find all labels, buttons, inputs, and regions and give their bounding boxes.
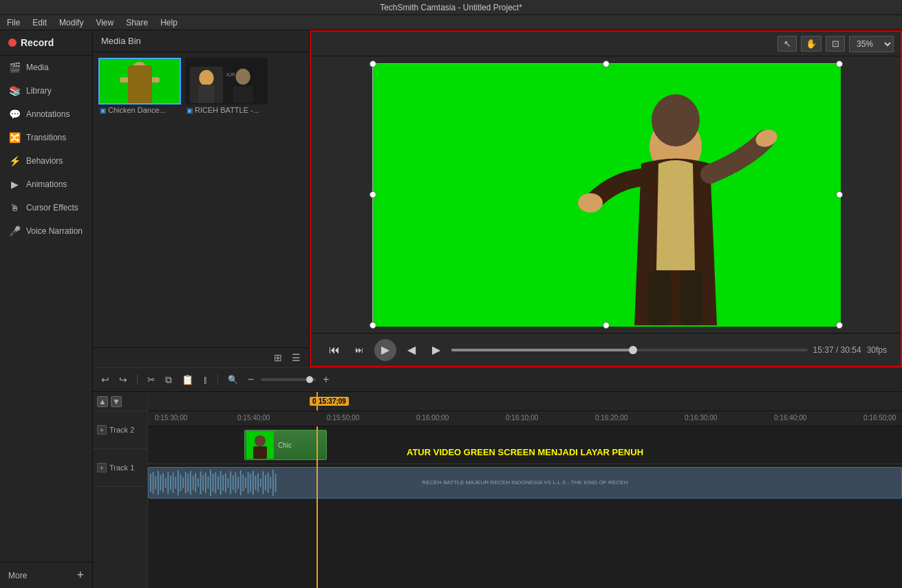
svg-rect-46 [200,471,202,494]
svg-rect-20 [648,270,672,325]
svg-rect-28 [155,476,156,489]
svg-rect-72 [265,475,266,491]
svg-rect-27 [153,472,154,493]
transform-handle-top-left[interactable] [369,61,376,67]
redo-button[interactable]: ↪ [116,373,130,386]
svg-rect-10 [198,85,214,103]
cursor-effects-icon: 🖱 [8,202,21,213]
sidebar-item-transitions[interactable]: 🔀 Transitions [0,126,92,149]
track1-row: RECEH BATTLE MAJEUR RECEH INDONESIA VS L… [148,464,902,502]
transform-handle-middle-right[interactable] [836,191,843,198]
zoom-select[interactable]: 35% 25% 50% 75% 100% [849,36,894,52]
zoom-slider[interactable] [261,378,316,381]
transform-handle-top-middle[interactable] [603,61,610,67]
svg-rect-56 [225,473,226,492]
undo-button[interactable]: ↩ [98,373,112,386]
svg-rect-6 [141,98,148,104]
cut-button[interactable]: ✂ [144,373,158,386]
transitions-icon: 🔀 [8,132,21,143]
zoom-in-button[interactable]: + [320,372,332,387]
sidebar-item-animations[interactable]: ▶ Animations [0,173,92,196]
svg-rect-60 [235,472,237,493]
split-button[interactable]: ⫿ [200,373,211,386]
menu-view[interactable]: View [93,17,116,29]
frame-back-button[interactable]: ⏭ [350,340,369,360]
transform-handle-bottom-middle[interactable] [603,322,610,329]
media-item-chicken-dance[interactable]: Chicken Dance... [98,58,181,342]
menubar: File Edit Modify View Share Help [0,15,902,30]
transform-handle-bottom-right[interactable] [836,322,843,329]
progress-fill [451,349,633,351]
waveform-display: RECEH BATTLE MAJEUR RECEH INDONESIA VS L… [150,469,900,497]
svg-text:RECEH BATTLE MAJEUR RECEH INDO: RECEH BATTLE MAJEUR RECEH INDONESIA VS L… [422,479,628,486]
track2-clip[interactable]: Chic [244,430,327,460]
preview-panel: ↖ ✋ ⊡ 35% 25% 50% 75% 100% [310,30,902,367]
svg-rect-76 [275,474,277,492]
green-screen-clip[interactable] [372,63,840,326]
zoom-to-fit-button[interactable]: 🔍 [225,373,241,386]
sidebar-item-library[interactable]: 📚 Library [0,79,92,102]
sidebar-item-behaviors[interactable]: ⚡ Behaviors [0,149,92,173]
add-track-down-button[interactable]: ▼ [111,396,122,407]
sidebar-item-library-label: Library [26,86,52,96]
sidebar-item-voice-narration[interactable]: 🎤 Voice Narration [0,219,92,243]
svg-rect-58 [230,471,231,494]
step-back-button[interactable]: ⏮ [325,340,344,360]
svg-rect-38 [180,475,182,491]
svg-rect-3 [120,77,131,83]
library-icon: 📚 [8,85,21,96]
media-item-riceh-battle[interactable]: AJR RICEH BATTLE -... [185,58,268,342]
clip-green-svg [246,431,274,459]
media-item-chicken-dance-label: Chicken Dance... [98,105,181,116]
svg-rect-75 [272,470,274,496]
grid-view-button[interactable]: ⊞ [271,351,285,364]
pan-tool-button[interactable]: ✋ [801,36,822,52]
playback-progress-bar[interactable] [451,349,808,351]
next-marker-button[interactable]: ▶ [427,340,446,360]
timeline-ruler[interactable]: 0:15:30;00 0:15:40;00 0:15:50;00 0:16:00… [148,411,902,426]
record-label: Record [21,37,54,48]
track2-expand-button[interactable]: + [97,425,107,435]
menu-modify[interactable]: Modify [56,17,86,29]
play-button[interactable]: ▶ [374,339,396,361]
zoom-out-button[interactable]: − [245,372,257,387]
track-labels-panel: ▲ ▼ + Track 2 + Track 1 [93,392,148,588]
svg-rect-4 [148,77,160,83]
add-sidebar-item-button[interactable]: + [76,568,84,582]
sidebar-item-annotations[interactable]: 💬 Annotations [0,102,92,126]
svg-rect-70 [260,479,261,487]
menu-file[interactable]: File [4,17,23,29]
track2-clip-label: Chic [275,442,292,449]
sidebar-item-animations-label: Animations [26,179,67,189]
sidebar-item-cursor-effects[interactable]: 🖱 Cursor Effects [0,196,92,219]
select-tool-button[interactable]: ↖ [777,36,797,52]
ruler-time-3: 0:16:00;00 [416,414,449,422]
toolbar-separator-1 [137,374,138,385]
progress-thumb[interactable] [629,346,637,354]
track2-clip-thumbnail [246,431,274,459]
record-button[interactable]: Record [0,30,92,56]
prev-marker-button[interactable]: ◀ [402,340,421,360]
fps-display: 30fps [867,345,887,355]
transform-handle-middle-left[interactable] [369,191,376,198]
timeline-wrapper: ▲ ▼ + Track 2 + Track 1 [93,392,902,588]
transform-handle-bottom-left[interactable] [369,322,376,329]
media-thumb-riceh-battle: AJR [185,58,268,105]
paste-button[interactable]: 📋 [179,373,196,386]
track1-expand-button[interactable]: + [97,463,107,472]
sidebar-item-media[interactable]: 🎬 Media [0,56,92,79]
svg-rect-73 [268,472,269,493]
menu-help[interactable]: Help [158,17,180,29]
menu-edit[interactable]: Edit [30,17,50,29]
copy-button[interactable]: ⧉ [162,373,175,387]
transform-handle-top-right[interactable] [836,61,843,67]
crop-tool-button[interactable]: ⊡ [826,36,845,52]
svg-rect-5 [131,98,138,104]
preview-toolbar: ↖ ✋ ⊡ 35% 25% 50% 75% 100% [311,32,901,56]
more-button[interactable]: More [8,571,27,580]
add-track-up-button[interactable]: ▲ [97,396,108,407]
track1-clip[interactable]: RECEH BATTLE MAJEUR RECEH INDONESIA VS L… [148,467,902,499]
sidebar-item-behaviors-label: Behaviors [26,156,63,166]
list-view-button[interactable]: ☰ [289,351,303,364]
menu-share[interactable]: Share [123,17,151,29]
